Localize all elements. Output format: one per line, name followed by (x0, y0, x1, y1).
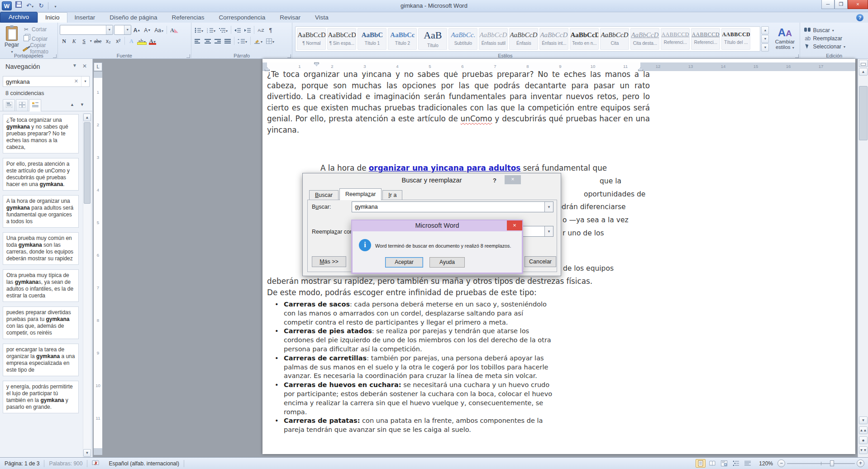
numbered-list-button[interactable]: 123▾ (205, 25, 217, 35)
dialog-close-button[interactable]: × (505, 175, 521, 184)
search-result-item[interactable]: Una prueba muy común en toda gymkana son… (3, 232, 79, 265)
estilos-dialog-launcher[interactable] (795, 54, 799, 58)
dialog-tab-buscar[interactable]: Buscar (309, 190, 339, 200)
scrollbar-thumb[interactable] (859, 86, 868, 140)
multilevel-list-button[interactable]: ▾ (218, 25, 229, 35)
scroll-up-icon[interactable]: ▲ (859, 68, 868, 76)
maximize-button[interactable]: ❐ (835, 0, 848, 9)
style-título-del-[interactable]: AABBCCDETítulo del ... (721, 28, 750, 50)
shrink-font-button[interactable]: A▼ (143, 25, 152, 35)
portapapeles-dialog-launcher[interactable] (53, 54, 57, 58)
chevron-down-icon[interactable]: ▾ (124, 25, 131, 34)
zoom-in-button[interactable]: + (857, 459, 864, 467)
style-subtítulo[interactable]: AaBbCc.Subtítulo (448, 28, 477, 50)
next-page-icon[interactable]: ▼▼ (859, 446, 868, 454)
ribbon-tab-inicio[interactable]: Inicio (38, 12, 67, 23)
clear-formatting-button[interactable]: A◣ (169, 25, 180, 35)
select-button[interactable]: Seleccionar ▾ (800, 43, 868, 51)
zoom-out-button[interactable]: − (777, 459, 785, 467)
line-spacing-button[interactable]: ▾ (236, 36, 248, 46)
ribbon-tab-revisar[interactable]: Revisar (272, 13, 308, 23)
select-browse-object-icon[interactable]: ● (859, 436, 868, 444)
format-painter-button[interactable]: Copiar formato (23, 44, 57, 53)
search-result-item[interactable]: por encargar la tarea de organizar la gy… (3, 344, 79, 376)
underline-button[interactable]: S (80, 36, 89, 46)
navigation-pane-close-icon[interactable]: ✕ (82, 63, 87, 69)
scroll-up-icon[interactable]: ▲ (83, 114, 91, 121)
ribbon-tab-diseño-de-página[interactable]: Diseño de página (102, 13, 164, 23)
dialog-tab-ir-a[interactable]: Ir a (382, 190, 402, 200)
sort-button[interactable]: A↓Z (256, 25, 265, 35)
decrease-indent-button[interactable] (233, 25, 242, 35)
style-título-2[interactable]: AaBbCcTítulo 2 (388, 28, 417, 50)
style-texto-en-n-[interactable]: AaBbCcDcTexto en n... (570, 28, 599, 50)
previous-result-icon[interactable]: ▲ (70, 102, 74, 107)
minimize-button[interactable]: ─ (821, 0, 835, 9)
spellcheck-icon[interactable]: ✗ (87, 459, 104, 468)
font-name-combo[interactable]: ▾ (60, 25, 113, 35)
bold-button[interactable]: N (60, 36, 69, 46)
draft-view-button[interactable] (743, 459, 753, 468)
paste-button[interactable]: Pegar▾ (2, 25, 21, 56)
grow-font-button[interactable]: A▲ (132, 25, 142, 35)
style-cita-desta-[interactable]: AaBbCcDiCita desta... (630, 28, 659, 50)
cut-button[interactable]: ✂Cortar (23, 25, 57, 34)
horizontal-ruler[interactable]: 1234567891011121314151617 (262, 62, 855, 71)
previous-page-icon[interactable]: ▲▲ (859, 426, 868, 434)
styles-scroll-up-button[interactable]: ▲ (761, 26, 769, 34)
browse-pages-tab[interactable] (16, 99, 28, 111)
scroll-down-icon[interactable]: ▼ (83, 449, 91, 457)
font-size-combo[interactable]: ▾ (114, 25, 131, 35)
ribbon-tab-insertar[interactable]: Insertar (67, 13, 103, 23)
highlight-button[interactable]: ab▾ (137, 36, 147, 46)
navigation-scrollbar[interactable]: ▲ ▼ (83, 113, 91, 457)
ribbon-tab-vista[interactable]: Vista (308, 13, 336, 23)
increase-indent-button[interactable] (243, 25, 252, 35)
page-indicator[interactable]: Página: 1 de 3 (0, 460, 44, 467)
strikethrough-button[interactable]: abe (93, 36, 103, 46)
dialog-help-button[interactable]: ? (493, 177, 496, 184)
search-result-item[interactable]: Por ello, presta atención a este artícul… (3, 158, 79, 191)
web-layout-view-button[interactable] (719, 459, 729, 468)
style--sin-espa-[interactable]: AaBbCcDc¶ Sin espa... (327, 28, 356, 50)
find-button[interactable]: Buscar ▾ (800, 26, 868, 34)
styles-scroll-down-button[interactable]: ▼ (761, 35, 769, 43)
replace-button[interactable]: abReemplazar (800, 34, 868, 43)
style-título-1[interactable]: AaBbCTítulo 1 (358, 28, 386, 50)
clear-search-icon[interactable]: ✕ (74, 78, 78, 84)
pilcrow-button[interactable]: ¶ (266, 25, 275, 35)
align-center-button[interactable] (203, 36, 212, 46)
scrollbar-thumb[interactable] (84, 122, 91, 204)
superscript-button[interactable]: x² (114, 36, 123, 46)
font-color-button[interactable]: A▾ (148, 36, 157, 46)
align-left-button[interactable] (193, 36, 202, 46)
accept-button[interactable]: Aceptar (385, 257, 423, 268)
ribbon-tab-correspondencia[interactable]: Correspondencia (211, 13, 272, 23)
cancel-button[interactable]: Cancelar (525, 256, 556, 267)
fuente-dialog-launcher[interactable] (186, 54, 190, 58)
navigation-search-input[interactable]: gymkana ✕ ▾ (3, 76, 90, 87)
style-cita[interactable]: AaBbCcDiCita (600, 28, 629, 50)
text-effects-button[interactable]: A (127, 36, 136, 46)
align-right-button[interactable] (213, 36, 222, 46)
search-result-item[interactable]: puedes preparar divertidas pruebas para … (3, 306, 79, 339)
zoom-slider[interactable] (787, 459, 855, 467)
shading-button[interactable]: ▾ (253, 36, 264, 46)
more-button[interactable]: Más >> (312, 256, 346, 267)
style--normal[interactable]: AaBbCcDc¶ Normal (297, 28, 326, 50)
style-énfasis-int-[interactable]: AaBbCcDiÉnfasis int... (539, 28, 568, 50)
chevron-down-icon[interactable]: ▾ (106, 25, 113, 34)
scroll-down-icon[interactable]: ▼ (859, 416, 868, 424)
change-styles-button[interactable]: AA Cambiarestilos ▾ (770, 24, 800, 59)
italic-button[interactable]: K (70, 36, 79, 46)
search-options-icon[interactable]: ▾ (81, 77, 89, 86)
word-count[interactable]: Palabras: 900 (44, 460, 87, 467)
tab-selector[interactable]: L (94, 62, 102, 71)
search-result-item[interactable]: y energía, podrás permitirte el lujo de … (3, 381, 79, 413)
ruler-toggle-icon[interactable] (859, 60, 868, 67)
fullscreen-reading-view-button[interactable] (707, 459, 717, 468)
styles-more-button[interactable]: ▼ (761, 43, 769, 52)
message-box-close-button[interactable]: × (507, 220, 522, 230)
search-result-item[interactable]: ¿Te toca organizar una gymkana y no sabe… (3, 114, 79, 153)
style-referenci-[interactable]: AABBCCDEReferenci... (661, 28, 690, 50)
